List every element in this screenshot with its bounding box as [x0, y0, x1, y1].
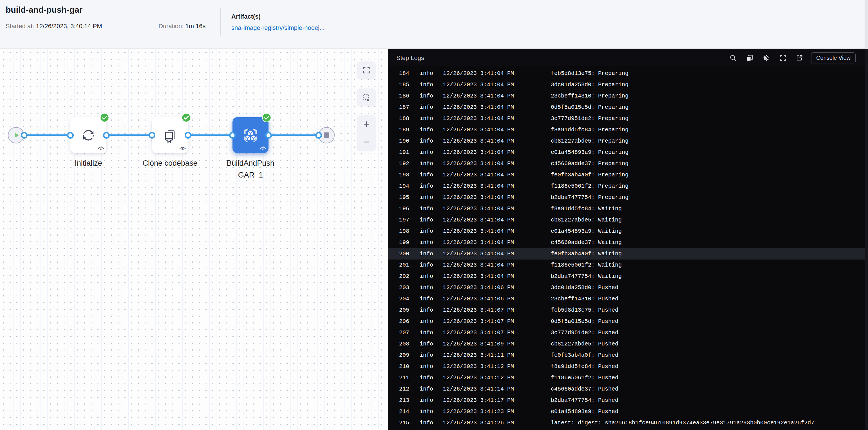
log-level: info — [420, 327, 443, 338]
step-node-build-and-push-gar[interactable]: </> — [232, 117, 269, 153]
log-line[interactable]: 202 info 12/26/2023 3:41:04 PM b2dba7477… — [388, 271, 868, 282]
log-line[interactable]: 194 info 12/26/2023 3:41:04 PM f1186e506… — [388, 181, 868, 192]
log-level: info — [420, 395, 443, 406]
port[interactable] — [103, 132, 110, 139]
log-line[interactable]: 205 info 12/26/2023 3:41:07 PM feb5d8d13… — [388, 305, 868, 316]
step-label-clone-codebase: Clone codebase — [133, 157, 207, 169]
log-line-number: 213 — [399, 395, 420, 406]
port[interactable] — [315, 132, 322, 139]
artifact-link[interactable]: sna-image-registry/simple-nodej... — [231, 24, 324, 32]
log-line[interactable]: 209 info 12/26/2023 3:41:11 PM fe0fb3ab4… — [388, 350, 868, 361]
log-level: info — [420, 271, 443, 282]
log-line[interactable]: 210 info 12/26/2023 3:41:12 PM f8a91dd5f… — [388, 361, 868, 372]
step-logs-title: Step Logs — [396, 54, 424, 62]
log-message: feb5d8d13e75: Pushed — [551, 305, 868, 316]
step-node-clone-codebase[interactable]: </> — [152, 117, 188, 153]
log-level: info — [420, 113, 443, 124]
port[interactable] — [229, 132, 236, 139]
log-message: 0d5f5a015e5d: Pushed — [551, 316, 868, 327]
console-view-button[interactable]: Console View — [811, 52, 856, 63]
zoom-in-icon[interactable] — [362, 120, 371, 128]
log-line[interactable]: 190 info 12/26/2023 3:41:04 PM cb81227ab… — [388, 136, 868, 147]
log-line-number: 204 — [399, 293, 420, 305]
log-line-number: 211 — [399, 372, 420, 383]
fit-to-screen-button[interactable] — [357, 61, 376, 79]
log-line[interactable]: 198 info 12/26/2023 3:41:04 PM e01a45489… — [388, 226, 868, 237]
log-line-number: 192 — [399, 158, 420, 169]
pipeline-graph-canvas[interactable]: </> Initialize </> Clone codebase — [0, 49, 388, 430]
log-level: info — [420, 282, 443, 293]
port[interactable] — [185, 132, 191, 139]
log-line[interactable]: 215 info 12/26/2023 3:41:26 PM latest: d… — [388, 417, 868, 429]
log-level: info — [420, 406, 443, 417]
log-message: e01a454893a9: Waiting — [551, 226, 868, 237]
log-line-number: 203 — [399, 282, 420, 293]
log-timestamp: 12/26/2023 3:41:12 PM — [443, 361, 551, 372]
log-line[interactable]: 192 info 12/26/2023 3:41:04 PM c45660add… — [388, 158, 868, 169]
log-level: info — [420, 417, 443, 429]
port[interactable] — [21, 132, 28, 139]
log-level: info — [420, 79, 443, 90]
log-level: info — [420, 226, 443, 237]
log-line[interactable]: 196 info 12/26/2023 3:41:04 PM f8a91dd5f… — [388, 203, 868, 214]
zoom-out-icon[interactable] — [362, 138, 371, 146]
settings-gear-icon[interactable] — [763, 54, 770, 62]
log-timestamp: 12/26/2023 3:41:04 PM — [443, 214, 551, 226]
log-line[interactable]: 206 info 12/26/2023 3:41:07 PM 0d5f5a015… — [388, 316, 868, 327]
log-line[interactable]: 185 info 12/26/2023 3:41:04 PM 3dc01da25… — [388, 79, 868, 90]
log-line[interactable]: 189 info 12/26/2023 3:41:04 PM f8a91dd5f… — [388, 124, 868, 136]
log-line[interactable]: 208 info 12/26/2023 3:41:09 PM cb81227ab… — [388, 338, 868, 350]
marquee-select-button[interactable] — [357, 88, 376, 106]
log-line[interactable]: 212 info 12/26/2023 3:41:14 PM c45660add… — [388, 383, 868, 395]
log-line[interactable]: 191 info 12/26/2023 3:41:04 PM e01a45489… — [388, 147, 868, 158]
log-message: 3dc01da258d0: Preparing — [551, 79, 868, 90]
copy-icon[interactable] — [746, 54, 753, 62]
clone-codebase-icon — [161, 126, 179, 144]
step-logs-output[interactable]: 184 info 12/26/2023 3:41:04 PM feb5d8d13… — [388, 67, 868, 430]
log-level: info — [420, 158, 443, 169]
log-line[interactable]: 199 info 12/26/2023 3:41:04 PM c45660add… — [388, 237, 868, 248]
search-icon[interactable] — [729, 54, 737, 62]
log-line[interactable]: 195 info 12/26/2023 3:41:04 PM b2dba7477… — [388, 192, 868, 203]
log-timestamp: 12/26/2023 3:41:04 PM — [443, 79, 551, 90]
log-timestamp: 12/26/2023 3:41:04 PM — [443, 113, 551, 124]
log-message: cb81227abde5: Preparing — [551, 136, 868, 147]
log-line[interactable]: 211 info 12/26/2023 3:41:12 PM f1186e506… — [388, 372, 868, 383]
log-line[interactable]: 207 info 12/26/2023 3:41:07 PM 3c777d951… — [388, 327, 868, 338]
log-scrollbar-track[interactable] — [865, 49, 868, 430]
log-timestamp: 12/26/2023 3:41:04 PM — [443, 271, 551, 282]
log-message: e01a454893a9: Pushed — [551, 406, 868, 417]
log-line[interactable]: 203 info 12/26/2023 3:41:06 PM 3dc01da25… — [388, 282, 868, 293]
log-timestamp: 12/26/2023 3:41:04 PM — [443, 136, 551, 147]
log-message: f1186e5061f2: Preparing — [551, 181, 868, 192]
log-timestamp: 12/26/2023 3:41:07 PM — [443, 305, 551, 316]
log-line[interactable]: 201 info 12/26/2023 3:41:04 PM f1186e506… — [388, 260, 868, 271]
log-line[interactable]: 214 info 12/26/2023 3:41:23 PM e01a45489… — [388, 406, 868, 417]
log-message: fe0fb3ab4a0f: Pushed — [551, 350, 868, 361]
log-line-number: 189 — [399, 124, 420, 136]
open-in-new-icon[interactable] — [796, 54, 803, 62]
log-line[interactable]: 200 info 12/26/2023 3:41:04 PM fe0fb3ab4… — [388, 248, 868, 260]
step-logs-toolbar: Step Logs Console View — [388, 49, 868, 67]
port[interactable] — [149, 132, 155, 139]
log-line[interactable]: 187 info 12/26/2023 3:41:04 PM 0d5f5a015… — [388, 102, 868, 113]
log-level: info — [420, 293, 443, 305]
log-line[interactable]: 186 info 12/26/2023 3:41:04 PM 23cbeff14… — [388, 90, 868, 102]
log-line[interactable]: 184 info 12/26/2023 3:41:04 PM feb5d8d13… — [388, 68, 868, 79]
page-scrollbar-track[interactable] — [865, 0, 868, 49]
port[interactable] — [265, 132, 272, 139]
log-line-number: 187 — [399, 102, 420, 113]
stop-icon — [323, 132, 330, 138]
log-line[interactable]: 213 info 12/26/2023 3:41:17 PM b2dba7477… — [388, 395, 868, 406]
log-message: 23cbeff14310: Pushed — [551, 293, 868, 305]
log-message: b2dba7477754: Pushed — [551, 395, 868, 406]
fullscreen-icon[interactable] — [779, 54, 787, 62]
edge-build-end — [269, 135, 319, 136]
log-line[interactable]: 188 info 12/26/2023 3:41:04 PM 3c777d951… — [388, 113, 868, 124]
step-node-initialize[interactable]: </> — [70, 117, 106, 153]
log-line[interactable]: 204 info 12/26/2023 3:41:06 PM 23cbeff14… — [388, 293, 868, 305]
log-line[interactable]: 193 info 12/26/2023 3:41:04 PM fe0fb3ab4… — [388, 169, 868, 181]
port[interactable] — [67, 132, 74, 139]
log-line-number: 190 — [399, 136, 420, 147]
log-line[interactable]: 197 info 12/26/2023 3:41:04 PM cb81227ab… — [388, 214, 868, 226]
